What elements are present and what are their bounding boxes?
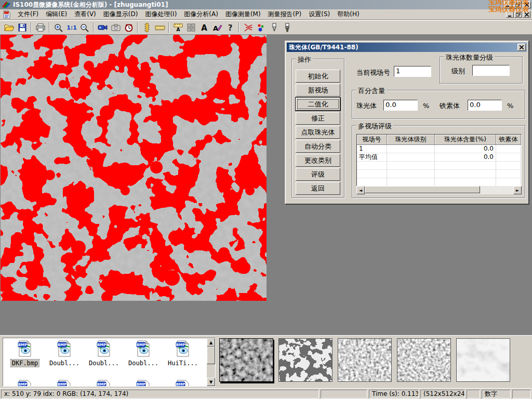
scissors-icon[interactable] xyxy=(242,21,255,34)
scrollbar-track[interactable] xyxy=(365,186,513,194)
video-camera-icon[interactable] xyxy=(96,21,109,34)
pearlite-dialog: 珠光体(GB/T9441-88) 操作 初始化 新视场 二值化 修正 点取珠光体… xyxy=(285,41,528,204)
menu-item-help[interactable]: 帮助(H) xyxy=(334,9,363,20)
file-item-partial[interactable]: BMP xyxy=(46,380,83,387)
app-logo-icon xyxy=(2,1,11,8)
cell-pearlite-content: 0.0 xyxy=(435,145,496,153)
window-close-button[interactable] xyxy=(523,1,531,8)
file-item-partial[interactable]: BMP xyxy=(6,380,44,387)
scroll-right-icon[interactable]: ► xyxy=(513,186,522,194)
file-list-scrollbar[interactable]: ▲ ▼ xyxy=(207,338,215,386)
svg-text:BMP: BMP xyxy=(97,343,106,347)
thumbnail-5[interactable] xyxy=(456,338,510,382)
table-row[interactable]: 1 0.0 xyxy=(357,145,521,153)
child-minimize-button[interactable] xyxy=(506,11,514,18)
svg-text:A: A xyxy=(212,24,218,32)
scroll-up-icon[interactable]: ▲ xyxy=(207,338,215,347)
menu-item-edit[interactable]: 编辑(E) xyxy=(42,9,71,20)
col-ferrite[interactable]: 铁素体 xyxy=(496,135,521,145)
grade-button[interactable]: 评级 xyxy=(296,168,340,181)
svg-text:A: A xyxy=(201,23,207,32)
actual-size-icon[interactable]: 1:1 xyxy=(65,21,78,34)
file-name: Doubl... xyxy=(88,360,120,367)
toolbar-separator xyxy=(137,22,138,33)
file-item[interactable]: BMP Doubl... xyxy=(125,340,162,367)
save-icon[interactable] xyxy=(16,21,29,34)
caliper-icon[interactable] xyxy=(140,21,153,34)
return-button[interactable]: 返回 xyxy=(296,182,340,195)
dialog-title-bar[interactable]: 珠光体(GB/T9441-88) xyxy=(287,43,527,52)
table-row[interactable]: 平均值 0.0 xyxy=(357,153,521,162)
menu-item-settings[interactable]: 设置(S) xyxy=(305,9,334,20)
dialog-close-button[interactable] xyxy=(517,44,526,51)
pick-pearlite-button[interactable]: 点取珠光体 xyxy=(296,126,340,139)
timer-icon[interactable] xyxy=(122,21,135,34)
file-item-partial[interactable]: BMP xyxy=(125,380,162,387)
grid-icon[interactable] xyxy=(184,21,197,34)
file-item-partial[interactable]: BMP xyxy=(164,380,202,387)
status-image-size: (512x512x24) xyxy=(420,390,465,398)
thumbnail-3[interactable] xyxy=(338,338,392,382)
file-item-partial[interactable]: BMP xyxy=(85,380,123,387)
window-minimize-button[interactable] xyxy=(504,1,512,8)
grade-level-input[interactable] xyxy=(472,65,510,76)
menu-item-measure-report[interactable]: 测量报告(P) xyxy=(264,9,305,20)
text-icon[interactable]: A xyxy=(197,21,210,34)
scroll-left-icon[interactable]: ◄ xyxy=(356,186,365,194)
col-pearlite-grade[interactable]: 珠光体级别 xyxy=(387,135,435,145)
scrollbar-thumb[interactable] xyxy=(365,186,480,193)
menu-item-image-analysis[interactable]: 图像分析(A) xyxy=(180,9,222,20)
pearlite-percent-input[interactable]: 0.0 xyxy=(383,100,418,111)
pearlite-percent-sign: % xyxy=(423,102,429,110)
file-name: Doubl... xyxy=(48,360,81,367)
file-item[interactable]: BMP Doubl... xyxy=(85,340,123,367)
menu-item-view[interactable]: 查看(V) xyxy=(71,9,100,20)
scroll-down-icon[interactable]: ▼ xyxy=(207,378,215,386)
menu-item-image-measure[interactable]: 图像测量(M) xyxy=(222,9,264,20)
menu-item-file[interactable]: 文件(F) xyxy=(14,9,42,20)
file-item[interactable]: BMP HuiTi... xyxy=(164,340,202,367)
ferrite-percent-input[interactable]: 0.0 xyxy=(468,100,502,111)
particles-icon[interactable] xyxy=(255,21,268,34)
svg-text:A: A xyxy=(176,27,180,32)
menu-item-image-display[interactable]: 图像显示(D) xyxy=(100,9,142,20)
thumbnail-2[interactable] xyxy=(278,338,332,382)
child-close-button[interactable] xyxy=(523,11,530,18)
table-horizontal-scrollbar[interactable]: ◄ ► xyxy=(356,186,522,194)
file-item[interactable]: BMP Doubl... xyxy=(46,340,83,367)
print-icon[interactable] xyxy=(34,21,47,34)
change-class-button[interactable]: 更改类别 xyxy=(296,154,340,167)
annotate-icon[interactable]: A xyxy=(210,21,223,34)
col-field-number[interactable]: 视场号 xyxy=(357,135,387,145)
binarize-button[interactable]: 二值化 xyxy=(296,98,340,111)
child-restore-button[interactable] xyxy=(514,11,522,18)
scrollbar-thumb[interactable] xyxy=(207,347,215,364)
pen-icon[interactable] xyxy=(268,21,281,34)
measure-text-icon[interactable]: A xyxy=(171,21,184,34)
zoom-out-icon[interactable] xyxy=(78,21,91,34)
file-item[interactable]: BMP DKF.bmp xyxy=(6,340,44,367)
capture-icon[interactable] xyxy=(109,21,122,34)
document-icon[interactable] xyxy=(2,10,11,19)
metallograph-image[interactable] xyxy=(1,35,267,301)
col-pearlite-content[interactable]: 珠光体含量(%) xyxy=(435,135,496,145)
file-listbox[interactable]: BMP DKF.bmp BMP Doubl... BMP Doubl... BM… xyxy=(3,338,216,387)
ruler-icon[interactable] xyxy=(153,21,166,34)
auto-classify-button[interactable]: 自动分类 xyxy=(296,140,340,153)
zoom-in-icon[interactable] xyxy=(52,21,65,34)
current-field-input[interactable]: 1 xyxy=(394,66,431,77)
svg-text:BMP: BMP xyxy=(137,382,145,387)
menu-item-image-processing[interactable]: 图像处理(I) xyxy=(141,9,180,20)
thumbnail-4[interactable] xyxy=(397,338,451,382)
open-file-icon[interactable] xyxy=(3,21,16,34)
correct-button[interactable]: 修正 xyxy=(296,112,340,125)
brush-icon[interactable] xyxy=(281,21,294,34)
init-button[interactable]: 初始化 xyxy=(296,70,340,83)
cell-ferrite xyxy=(496,153,521,162)
svg-text:BMP: BMP xyxy=(58,382,66,387)
help-icon[interactable]: ? xyxy=(223,21,236,34)
thumbnail-1[interactable] xyxy=(219,338,273,382)
new-field-button[interactable]: 新视场 xyxy=(296,84,340,97)
window-restore-button[interactable] xyxy=(513,1,522,8)
status-position: x: 510 y: 79 idx: 0 RGB: (174, 174, 174) xyxy=(1,390,319,398)
